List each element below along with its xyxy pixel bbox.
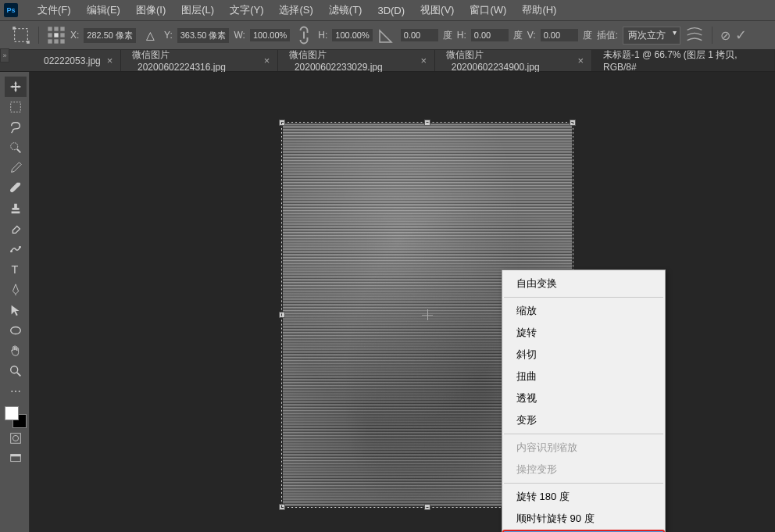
divider (38, 27, 39, 44)
angle-unit: 度 (443, 29, 452, 42)
svg-rect-6 (48, 33, 52, 37)
y-input[interactable]: 363.50 像素 (177, 28, 230, 43)
interp-dropdown[interactable]: 两次立方 (623, 27, 680, 45)
close-icon[interactable]: × (577, 55, 584, 66)
ctx-skew[interactable]: 斜切 (502, 344, 665, 366)
lasso-tool-icon[interactable] (5, 117, 27, 137)
menu-edit[interactable]: 编辑(E) (79, 3, 128, 17)
menu-layer[interactable]: 图层(L) (173, 3, 222, 17)
zoom-tool-icon[interactable] (5, 361, 27, 381)
transform-center-icon[interactable] (422, 309, 433, 320)
svg-rect-11 (60, 39, 64, 43)
menu-image[interactable]: 图像(I) (128, 3, 173, 17)
quick-mask-icon[interactable] (5, 428, 27, 448)
transform-handle[interactable] (424, 504, 430, 510)
document-tabbar: 02222053.jpg× 微信图片_20200602224316.jpg× 微… (0, 50, 775, 72)
doc-tab-0[interactable]: 02222053.jpg× (33, 50, 121, 71)
commit-transform-icon[interactable]: ✓ (735, 27, 747, 44)
shape-tool-icon[interactable] (5, 320, 27, 341)
separator (504, 483, 663, 484)
ctx-puppet-warp: 操控变形 (502, 459, 665, 480)
cancel-transform-icon[interactable]: ⊘ (720, 28, 730, 43)
tab-label: 未标题-1 @ 66.7% (图层 1 拷贝, RGB/8# (603, 48, 766, 73)
hand-tool-icon[interactable] (5, 341, 27, 361)
move-tool-icon[interactable] (5, 77, 27, 97)
ctx-scale[interactable]: 缩放 (502, 300, 665, 322)
type-tool-icon[interactable]: T (5, 259, 27, 280)
interp-label: 插值: (597, 29, 618, 42)
quick-select-tool-icon[interactable] (5, 137, 27, 158)
transform-tool-icon[interactable] (12, 26, 30, 45)
svg-point-20 (12, 435, 18, 441)
transform-handle[interactable] (570, 120, 576, 126)
screen-mode-icon[interactable] (5, 448, 27, 469)
svg-rect-10 (54, 39, 58, 43)
transform-handle[interactable] (279, 120, 285, 126)
eraser-tool-icon[interactable] (5, 219, 27, 239)
edit-toolbar-icon[interactable]: ⋯ (5, 381, 27, 402)
svg-point-17 (10, 327, 20, 334)
h-input[interactable]: 100.00% (332, 29, 372, 41)
eyedropper-tool-icon[interactable] (5, 158, 27, 178)
stamp-tool-icon[interactable] (5, 198, 27, 219)
menu-window[interactable]: 窗口(W) (462, 3, 514, 17)
ctx-rotate[interactable]: 旋转 (502, 322, 665, 344)
svg-point-13 (10, 143, 17, 150)
svg-point-14 (10, 250, 12, 252)
options-bar: X: 282.50 像素 △ Y: 363.50 像素 W: 100.00% H… (0, 21, 775, 50)
svg-rect-12 (10, 102, 20, 112)
warp-mode-icon[interactable] (685, 26, 704, 45)
hskew-unit: 度 (513, 29, 523, 42)
close-icon[interactable]: × (264, 55, 270, 66)
color-swatches[interactable] (5, 406, 27, 428)
transform-handle[interactable] (424, 120, 430, 126)
reference-point-icon[interactable] (47, 26, 66, 45)
menu-filter[interactable]: 滤镜(T) (321, 3, 370, 17)
transform-handle[interactable] (279, 312, 285, 318)
menu-select[interactable]: 选择(S) (271, 3, 320, 17)
link-wh-icon[interactable] (295, 26, 313, 45)
doc-tab-1[interactable]: 微信图片_20200602224316.jpg× (121, 50, 278, 71)
x-label: X: (70, 30, 79, 41)
x-input[interactable]: 282.50 像素 (84, 28, 136, 43)
menu-file[interactable]: 文件(F) (30, 3, 79, 17)
svg-point-18 (10, 366, 17, 373)
w-input[interactable]: 100.00% (250, 29, 290, 41)
hskew-input[interactable]: 0.00 (471, 29, 509, 41)
vskew-input[interactable]: 0.00 (541, 29, 578, 41)
gradient-tool-icon[interactable] (5, 239, 27, 259)
menu-3d[interactable]: 3D(D) (370, 5, 412, 16)
app-logo: Ps (4, 3, 18, 17)
w-label: W: (234, 30, 245, 41)
doc-tab-4[interactable]: 未标题-1 @ 66.7% (图层 1 拷贝, RGB/8# (592, 50, 775, 71)
pen-tool-icon[interactable] (5, 280, 27, 300)
menu-type[interactable]: 文字(Y) (222, 3, 271, 17)
transform-handle[interactable] (279, 504, 285, 510)
path-select-tool-icon[interactable] (5, 300, 27, 320)
foreground-swatch[interactable] (5, 406, 19, 420)
brush-tool-icon[interactable] (5, 178, 27, 198)
ctx-perspective[interactable]: 透视 (502, 387, 665, 409)
tab-label: 02222053.jpg (44, 55, 101, 66)
close-icon[interactable]: × (107, 55, 113, 66)
marquee-tool-icon[interactable] (5, 97, 27, 117)
doc-tab-2[interactable]: 微信图片_20200602233029.jpg× (278, 50, 435, 71)
menu-view[interactable]: 视图(V) (412, 3, 462, 17)
ctx-distort[interactable]: 扭曲 (502, 366, 665, 387)
doc-tab-3[interactable]: 微信图片_20200602234900.jpg× (435, 50, 592, 71)
ctx-rotate-180[interactable]: 旋转 180 度 (502, 486, 665, 508)
svg-rect-22 (10, 455, 20, 457)
menu-help[interactable]: 帮助(H) (514, 3, 564, 17)
expand-panel-toggle[interactable]: » (0, 48, 9, 62)
close-icon[interactable]: × (421, 55, 427, 66)
ctx-rotate-90-cw[interactable]: 顺时针旋转 90 度 (502, 508, 665, 530)
swap-xy-icon[interactable]: △ (141, 26, 159, 45)
ctx-warp[interactable]: 变形 (502, 409, 665, 431)
svg-rect-8 (60, 33, 64, 37)
hskew-label: H: (457, 30, 466, 41)
ctx-free-transform[interactable]: 自由变换 (502, 273, 665, 295)
svg-rect-1 (12, 27, 16, 30)
svg-point-15 (19, 246, 21, 248)
angle-input[interactable]: 0.00 (401, 29, 438, 41)
tab-label: 微信图片_20200602233029.jpg (289, 48, 414, 73)
